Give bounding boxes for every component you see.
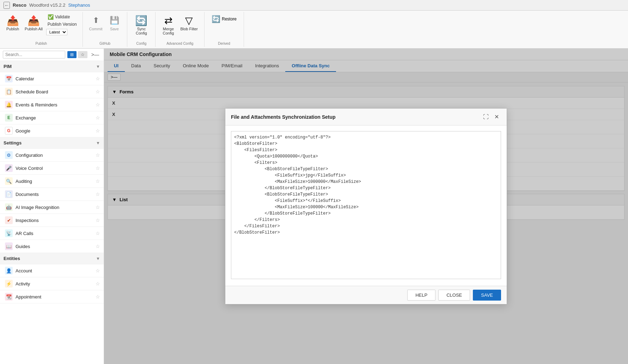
activity-label: Activity (16, 281, 30, 286)
publish-all-button[interactable]: 📤 Publish All (23, 13, 45, 32)
ribbon-group-content-advanced: ⇄ MergeConfig ▽ Blob Filter (160, 13, 200, 40)
help-button[interactable]: HELP (407, 290, 435, 301)
sidebar-item-left-google: G Google (5, 127, 30, 135)
auditing-star-icon[interactable]: ☆ (96, 178, 100, 184)
validate-item[interactable]: ✅ Validate (46, 13, 78, 20)
auditing-icon: 🔍 (5, 177, 13, 185)
entities-label: Entities (4, 256, 20, 261)
account-icon: 👤 (5, 267, 13, 274)
star-view-button[interactable]: ☆ (78, 51, 87, 58)
publish-label: Publish (6, 27, 19, 31)
save-button[interactable]: 💾 Save (106, 13, 123, 32)
modal-title: File and Attachments Synchronization Set… (231, 114, 336, 120)
restore-label: Restore (222, 17, 237, 21)
modal-close-button[interactable]: ✕ (492, 113, 501, 121)
documents-star-icon[interactable]: ☆ (96, 191, 100, 197)
modal-maximize-button[interactable]: ⛶ (481, 113, 491, 121)
google-star-icon[interactable]: ☆ (96, 128, 100, 134)
sidebar-section-entities[interactable]: Entities ▼ (0, 253, 104, 264)
sidebar-item-activity[interactable]: ⚡ Activity ☆ (0, 277, 104, 290)
modal: File and Attachments Synchronization Set… (225, 108, 507, 304)
user-label[interactable]: Stephanos (68, 2, 90, 8)
sidebar-item-ai-image[interactable]: 🤖 AI Image Recognition ☆ (0, 201, 104, 214)
guides-star-icon[interactable]: ☆ (96, 243, 100, 249)
inspections-icon: ✔ (5, 216, 13, 224)
back-button[interactable]: ← (4, 2, 10, 9)
blob-filter-icon: ▽ (183, 15, 195, 26)
sidebar-item-exchange[interactable]: E Exchange ☆ (0, 111, 104, 124)
publish-button[interactable]: 📤 Publish (4, 13, 21, 32)
publish-icon: 📤 (7, 15, 18, 26)
sidebar-item-left-inspections: ✔ Inspections (5, 216, 39, 224)
sidebar-item-schedule-board[interactable]: 📋 Schedule Board ☆ (0, 85, 104, 98)
appointment-star-icon[interactable]: ☆ (96, 294, 100, 300)
sidebar-item-google[interactable]: G Google ☆ (0, 124, 104, 137)
commit-button[interactable]: ⬆ Commit (87, 13, 105, 32)
activity-star-icon[interactable]: ☆ (96, 281, 100, 286)
sidebar-item-events[interactable]: 🔔 Events & Reminders ☆ (0, 98, 104, 111)
sync-config-label: SyncConfig (136, 27, 147, 35)
ar-star-icon[interactable]: ☆ (96, 230, 100, 236)
configuration-star-icon[interactable]: ☆ (96, 152, 100, 158)
calendar-star-icon[interactable]: ☆ (96, 76, 100, 81)
sidebar-item-guides[interactable]: 📖 Guides ☆ (0, 240, 104, 253)
appointment-icon: 📆 (5, 293, 13, 301)
publish-main-buttons: 📤 Publish 📤 Publish All (4, 13, 45, 32)
modal-xml-editor[interactable]: <?xml version="1.0" encoding="utf-8"?> <… (231, 131, 501, 279)
sidebar-collapse-button[interactable]: >— (90, 51, 101, 58)
search-input[interactable] (3, 51, 65, 58)
merge-config-icon: ⇄ (163, 15, 174, 26)
voice-control-star-icon[interactable]: ☆ (96, 165, 100, 171)
sidebar-item-calendar[interactable]: 📅 Calendar ☆ (0, 72, 104, 85)
ribbon-side-publish: ✅ Validate Publish Version Latest (46, 13, 78, 35)
events-label: Events & Reminders (16, 102, 57, 107)
ai-star-icon[interactable]: ☆ (96, 204, 100, 210)
merge-config-button[interactable]: ⇄ MergeConfig (160, 13, 177, 37)
ribbon-group-derived: 🔄 Restore Derived (205, 12, 244, 47)
sidebar-section-pim[interactable]: PIM ▼ (0, 61, 104, 72)
ai-image-label: AI Image Recognition (16, 205, 59, 210)
blob-filter-button[interactable]: ▽ Blob Filter (178, 13, 200, 32)
ribbon-group-advanced-config: ⇄ MergeConfig ▽ Blob Filter Advanced Con… (156, 12, 205, 47)
account-star-icon[interactable]: ☆ (96, 268, 100, 273)
save-modal-button[interactable]: SAVE (473, 290, 501, 301)
sidebar-item-inspections[interactable]: ✔ Inspections ☆ (0, 214, 104, 227)
sidebar-section-settings[interactable]: Settings ▼ (0, 137, 104, 149)
main-layout: ⊞ ☆ >— PIM ▼ 📅 Calendar ☆ 📋 Sche (0, 49, 628, 364)
schedule-label: Schedule Board (16, 89, 48, 94)
documents-label: Documents (16, 192, 39, 197)
schedule-icon: 📋 (5, 88, 13, 95)
settings-label: Settings (4, 140, 22, 146)
account-label: Account (16, 268, 32, 273)
inspections-star-icon[interactable]: ☆ (96, 217, 100, 223)
schedule-star-icon[interactable]: ☆ (96, 89, 100, 94)
restore-icon: 🔄 (212, 15, 220, 23)
modal-header: File and Attachments Synchronization Set… (225, 109, 507, 125)
close-button[interactable]: CLOSE (438, 290, 470, 301)
sidebar-item-auditing[interactable]: 🔍 Auditing ☆ (0, 175, 104, 188)
sidebar-item-left-ai: 🤖 AI Image Recognition (5, 203, 59, 211)
exchange-star-icon[interactable]: ☆ (96, 115, 100, 121)
ai-image-icon: 🤖 (5, 203, 13, 211)
publish-version-select[interactable]: Latest (46, 29, 67, 35)
publish-version-row: Latest (46, 29, 78, 35)
appointment-label: Appointment (16, 294, 41, 300)
sidebar-item-appointment[interactable]: 📆 Appointment ☆ (0, 290, 104, 303)
sidebar-item-left-calendar: 📅 Calendar (5, 75, 34, 82)
sidebar-item-account[interactable]: 👤 Account ☆ (0, 264, 104, 277)
sync-config-button[interactable]: 🔄 SyncConfig (133, 13, 150, 37)
sidebar-item-configuration[interactable]: ⚙ Configuration ☆ (0, 149, 104, 162)
grid-view-button[interactable]: ⊞ (67, 51, 77, 58)
ribbon-group-content-derived: 🔄 Restore (209, 13, 239, 40)
google-label: Google (16, 128, 30, 134)
restore-button[interactable]: 🔄 Restore (209, 13, 239, 25)
sidebar-item-voice-control[interactable]: 🎤 Voice Control ☆ (0, 162, 104, 175)
sidebar-item-ar-calls[interactable]: 📡 AR Calls ☆ (0, 227, 104, 240)
commit-icon: ⬆ (90, 15, 102, 26)
ar-calls-label: AR Calls (16, 231, 33, 236)
sidebar-item-documents[interactable]: 📄 Documents ☆ (0, 188, 104, 201)
sidebar-item-left-exchange: E Exchange (5, 114, 36, 122)
sidebar-item-left-guides: 📖 Guides (5, 242, 30, 250)
events-star-icon[interactable]: ☆ (96, 102, 100, 107)
ribbon-group-label-derived: Derived (218, 40, 230, 45)
